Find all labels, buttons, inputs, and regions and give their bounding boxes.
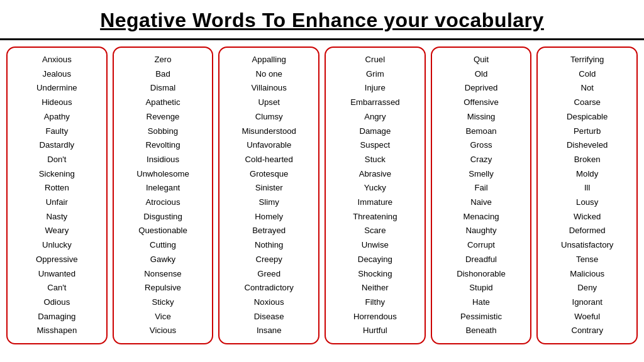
columns-container: AnxiousJealousUndermineHideousApathyFaul… xyxy=(0,40,644,351)
word-item: Misunderstood xyxy=(222,124,316,139)
word-item: Slimy xyxy=(222,195,316,210)
word-item: Unwanted xyxy=(10,267,104,282)
word-item: Atrocious xyxy=(116,195,210,210)
word-item: Cruel xyxy=(328,53,422,67)
word-item: Insidious xyxy=(116,153,210,167)
word-item: Injure xyxy=(328,81,422,96)
word-item: No one xyxy=(222,67,316,82)
word-item: Damage xyxy=(328,124,422,139)
word-item: Questionable xyxy=(116,224,210,238)
word-item: Contrary xyxy=(540,324,634,338)
word-item: Disgusting xyxy=(116,210,210,224)
word-item: Offensive xyxy=(435,96,528,110)
word-item: Clumsy xyxy=(222,110,316,124)
word-item: Repulsive xyxy=(116,281,210,295)
word-item: Stupid xyxy=(435,281,528,295)
word-item: Noxious xyxy=(222,295,316,310)
word-item: Gross xyxy=(435,138,528,153)
word-item: Insane xyxy=(222,324,316,338)
word-item: Deformed xyxy=(540,224,634,238)
word-item: Corrupt xyxy=(435,238,528,253)
word-item: Nonsense xyxy=(116,267,210,282)
word-item: Deprived xyxy=(435,81,528,96)
word-item: Apathy xyxy=(10,110,104,124)
word-item: Tense xyxy=(540,253,634,267)
word-item: Bad xyxy=(116,67,210,82)
page-title: Negative Words To Enhance your vocabular… xyxy=(6,9,638,32)
word-item: Dishonorable xyxy=(435,267,528,282)
word-item: Bemoan xyxy=(435,124,528,139)
word-item: Naughty xyxy=(435,224,528,238)
word-item: Ill xyxy=(540,181,634,195)
word-item: Don't xyxy=(10,153,104,167)
column-5: QuitOldDeprivedOffensiveMissingBemoanGro… xyxy=(431,47,532,344)
word-item: Unwise xyxy=(328,238,422,253)
word-item: Neither xyxy=(328,281,422,295)
word-item: Sticky xyxy=(116,295,210,310)
word-item: Unsatisfactory xyxy=(540,238,634,253)
column-1: AnxiousJealousUndermineHideousApathyFaul… xyxy=(6,47,108,344)
word-item: Angry xyxy=(328,110,422,124)
word-item: Suspect xyxy=(328,138,422,153)
word-item: Rotten xyxy=(10,181,104,195)
word-item: Weary xyxy=(10,224,104,238)
word-item: Grim xyxy=(328,67,422,82)
word-item: Sickening xyxy=(10,167,104,182)
word-item: Not xyxy=(540,81,634,96)
word-item: Unlucky xyxy=(10,238,104,253)
word-item: Zero xyxy=(116,53,210,67)
word-item: Broken xyxy=(540,153,634,167)
word-item: Homely xyxy=(222,210,316,224)
word-item: Upset xyxy=(222,96,316,110)
word-item: Nasty xyxy=(10,210,104,224)
word-item: Greed xyxy=(222,267,316,282)
word-item: Fail xyxy=(435,181,528,195)
word-item: Crazy xyxy=(435,153,528,167)
word-item: Moldy xyxy=(540,167,634,182)
word-item: Woeful xyxy=(540,310,634,324)
word-item: Disease xyxy=(222,310,316,324)
word-item: Revolting xyxy=(116,138,210,153)
word-item: Villainous xyxy=(222,81,316,96)
word-item: Appalling xyxy=(222,53,316,67)
word-item: Dastardly xyxy=(10,138,104,153)
word-item: Misshapen xyxy=(10,324,104,338)
word-item: Ignorant xyxy=(540,295,634,310)
word-item: Deny xyxy=(540,281,634,295)
column-2: ZeroBadDismalApatheticRevengeSobbingRevo… xyxy=(113,47,214,344)
word-item: Cold xyxy=(540,67,634,82)
word-item: Nothing xyxy=(222,238,316,253)
word-item: Sobbing xyxy=(116,124,210,139)
word-item: Unfavorable xyxy=(222,138,316,153)
word-item: Gawky xyxy=(116,253,210,267)
word-item: Can't xyxy=(10,281,104,295)
word-item: Jealous xyxy=(10,67,104,82)
word-item: Abrasive xyxy=(328,167,422,182)
word-item: Embarrassed xyxy=(328,96,422,110)
word-item: Cold-hearted xyxy=(222,153,316,167)
word-item: Naive xyxy=(435,195,528,210)
word-item: Revenge xyxy=(116,110,210,124)
word-item: Beneath xyxy=(435,324,528,338)
word-item: Damaging xyxy=(10,310,104,324)
word-item: Perturb xyxy=(540,124,634,139)
word-item: Stuck xyxy=(328,153,422,167)
header: Negative Words To Enhance your vocabular… xyxy=(0,0,644,40)
word-item: Quit xyxy=(435,53,528,67)
word-item: Terrifying xyxy=(540,53,634,67)
word-item: Malicious xyxy=(540,267,634,282)
word-item: Betrayed xyxy=(222,224,316,238)
word-item: Hate xyxy=(435,295,528,310)
word-item: Contradictory xyxy=(222,281,316,295)
word-item: Faulty xyxy=(10,124,104,139)
word-item: Smelly xyxy=(435,167,528,182)
word-item: Anxious xyxy=(10,53,104,67)
word-item: Unfair xyxy=(10,195,104,210)
word-item: Grotesque xyxy=(222,167,316,182)
word-item: Shocking xyxy=(328,267,422,282)
word-item: Apathetic xyxy=(116,96,210,110)
word-item: Filthy xyxy=(328,295,422,310)
word-item: Vicious xyxy=(116,324,210,338)
word-item: Missing xyxy=(435,110,528,124)
word-item: Odious xyxy=(10,295,104,310)
